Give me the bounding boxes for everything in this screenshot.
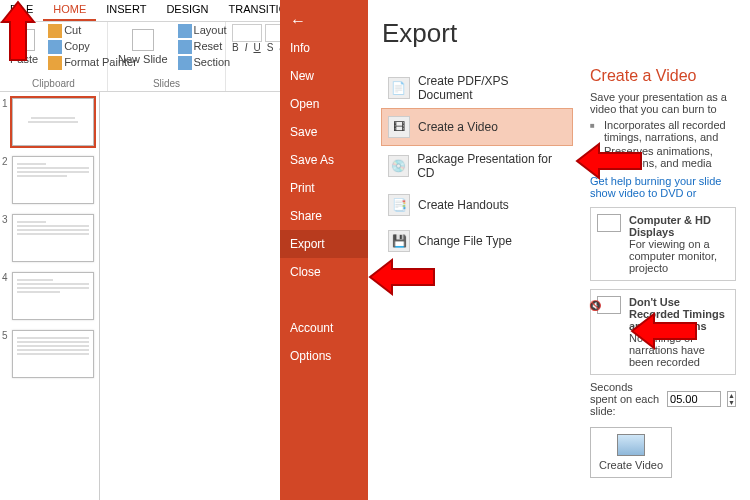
group-clipboard-label: Clipboard xyxy=(6,78,101,89)
export-opt-filetype[interactable]: 💾Change File Type xyxy=(382,223,572,259)
detail-help-link[interactable]: Get help burning your slide show video t… xyxy=(590,175,721,199)
filetype-icon: 💾 xyxy=(388,230,410,252)
bs-close[interactable]: Close xyxy=(280,258,368,286)
bs-new[interactable]: New xyxy=(280,62,368,90)
timings-selector[interactable]: 🔇 Don't Use Recorded Timings and Narrati… xyxy=(590,289,736,375)
bs-print[interactable]: Print xyxy=(280,174,368,202)
monitor-icon xyxy=(597,214,621,232)
detail-b1: Incorporates all recorded timings, narra… xyxy=(590,119,736,143)
thumb-4[interactable]: 4 xyxy=(4,272,95,320)
tab-insert[interactable]: INSERT xyxy=(96,0,156,21)
seconds-input[interactable] xyxy=(667,391,721,407)
export-option-list: 📄Create PDF/XPS Document 🎞Create a Video… xyxy=(382,67,572,478)
export-title: Export xyxy=(382,18,736,49)
bs-open[interactable]: Open xyxy=(280,90,368,118)
thumb-2[interactable]: 2 xyxy=(4,156,95,204)
bs-export[interactable]: Export xyxy=(280,230,368,258)
handouts-icon: 📑 xyxy=(388,194,410,216)
tab-home[interactable]: HOME xyxy=(43,0,96,21)
create-video-button[interactable]: Create Video xyxy=(590,427,672,478)
section-button[interactable]: Section xyxy=(178,56,231,70)
export-panel: Export 📄Create PDF/XPS Document 🎞Create … xyxy=(368,0,750,500)
backstage-menu: ← Info New Open Save Save As Print Share… xyxy=(280,0,368,500)
tab-design[interactable]: DESIGN xyxy=(156,0,218,21)
video-icon: 🎞 xyxy=(388,116,410,138)
group-slides-label: Slides xyxy=(114,78,219,89)
export-opt-pdf[interactable]: 📄Create PDF/XPS Document xyxy=(382,67,572,109)
bs-options[interactable]: Options xyxy=(280,342,368,370)
paste-button[interactable]: Paste xyxy=(6,27,42,67)
export-opt-video[interactable]: 🎞Create a Video xyxy=(382,109,572,145)
detail-heading: Create a Video xyxy=(590,67,736,85)
bs-info[interactable]: Info xyxy=(280,34,368,62)
seconds-label: Seconds spent on each slide: xyxy=(590,381,661,417)
bs-save[interactable]: Save xyxy=(280,118,368,146)
timings-icon: 🔇 xyxy=(597,296,621,314)
slide-thumbnails: 1 2 3 4 5 xyxy=(0,92,100,500)
thumb-3[interactable]: 3 xyxy=(4,214,95,262)
detail-lead: Save your presentation as a video that y… xyxy=(590,91,736,115)
thumb-1[interactable]: 1 xyxy=(4,98,95,146)
quality-selector[interactable]: Computer & HD DisplaysFor viewing on a c… xyxy=(590,207,736,281)
cd-icon: 💿 xyxy=(388,155,409,177)
layout-button[interactable]: Layout xyxy=(178,24,231,38)
bs-saveas[interactable]: Save As xyxy=(280,146,368,174)
bs-share[interactable]: Share xyxy=(280,202,368,230)
export-opt-cd[interactable]: 💿Package Presentation for CD xyxy=(382,145,572,187)
detail-b2: Preserves animations, transitions, and m… xyxy=(590,145,736,169)
thumb-5[interactable]: 5 xyxy=(4,330,95,378)
pdf-icon: 📄 xyxy=(388,77,410,99)
export-detail: Create a Video Save your presentation as… xyxy=(590,67,736,478)
back-icon[interactable]: ← xyxy=(280,8,368,34)
tab-file[interactable]: FILE xyxy=(0,0,43,21)
reset-button[interactable]: Reset xyxy=(178,40,231,54)
export-opt-handouts[interactable]: 📑Create Handouts xyxy=(382,187,572,223)
create-video-icon xyxy=(617,434,645,456)
seconds-stepper[interactable]: ▲▼ xyxy=(727,391,736,407)
new-slide-button[interactable]: New Slide xyxy=(114,27,172,67)
bs-account[interactable]: Account xyxy=(280,314,368,342)
